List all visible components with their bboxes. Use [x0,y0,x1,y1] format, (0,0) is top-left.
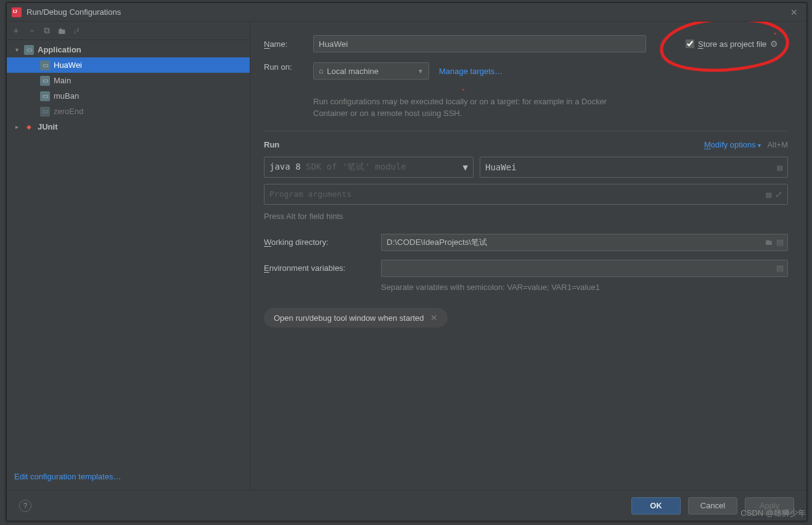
main-class-input[interactable]: HuaWei ▤ [480,157,788,178]
modify-options-link[interactable]: Modify options ▾ [704,140,761,149]
annotation-dot [462,89,464,91]
name-label: Name: [264,39,305,49]
home-icon: ⌂ [319,67,323,75]
tree-item-label: muBan [54,91,79,101]
config-tree: ▾ ▭ Application ▭ HuaWei ▭ Main ▭ muBan [7,40,250,463]
field-hints-text: Press Alt for field hints [264,211,788,223]
list-icon[interactable]: ▤ [777,162,782,172]
application-icon: ▭ [24,45,34,55]
titlebar: Run/Debug Configurations ✕ [7,3,806,22]
run-on-hint: Run configurations may be executed local… [313,96,634,120]
ok-button[interactable]: OK [631,497,681,515]
cancel-button[interactable]: Cancel [688,497,737,515]
class-icon: ▭ [40,60,50,70]
expand-icon[interactable]: ⤢ [775,189,782,199]
jdk-select[interactable]: java 8 SDK of '笔试' module ▼ [264,157,474,178]
tree-item-label: zeroEnd [54,107,83,116]
tree-item-label: HuaWei [54,60,82,70]
watermark: CSDN @雄狮少年 [740,508,806,519]
tree-node-label: JUnit [38,122,58,131]
gear-icon[interactable]: ⚙ [770,39,778,49]
remove-chip-icon[interactable]: ✕ [430,313,438,323]
store-checkbox-input[interactable] [686,39,694,48]
close-icon[interactable]: ✕ [787,6,802,19]
annotation-dot [774,33,776,35]
tree-node-junit[interactable]: ▸ ◆ JUnit [7,119,250,134]
env-vars-input[interactable] [381,260,773,277]
run-on-select[interactable]: ⌂ Local machine ▼ [313,62,429,80]
program-arguments-input[interactable]: Program arguments ▤ ⤢ [264,184,788,205]
chevron-down-icon: ▾ [15,46,24,53]
dialog-footer: ? OK Cancel Apply [7,490,806,521]
modify-options-shortcut: Alt+M [767,140,788,149]
store-as-project-file-checkbox[interactable]: Store as project file ⚙ [686,39,778,49]
list-icon[interactable]: ▤ [776,263,784,273]
main-panel: Name: Store as project file ⚙ Run on: ⌂ [250,22,806,490]
tree-item-zeroend[interactable]: ▭ zeroEnd [7,104,250,119]
manage-targets-link[interactable]: Manage targets… [439,67,502,76]
list-icon[interactable]: ▤ [766,189,771,199]
tree-item-huawei[interactable]: ▭ HuaWei [7,57,250,73]
browse-icon[interactable]: 🖿 [765,238,773,247]
working-dir-label: Working directory: [264,238,369,247]
sort-icon[interactable]: ↓² [73,27,79,35]
junit-icon: ◆ [24,122,34,132]
tree-item-label: Main [54,76,71,85]
env-vars-label: Environment variables: [264,263,369,273]
run-on-label: Run on: [264,62,305,72]
help-icon[interactable]: ? [19,500,31,512]
add-icon[interactable]: ＋ [12,25,20,36]
list-icon[interactable]: ▤ [776,238,784,247]
run-on-value: Local machine [327,67,379,76]
class-icon: ▭ [40,91,50,101]
tree-item-main[interactable]: ▭ Main [7,73,250,88]
run-section-title: Run [264,140,279,149]
tree-item-muban[interactable]: ▭ muBan [7,88,250,104]
tree-node-label: Application [38,45,81,54]
chevron-down-icon: ▼ [463,162,468,172]
dialog-title: Run/Debug Configurations [27,7,121,17]
env-vars-hint: Separate variables with semicolon: VAR=v… [381,282,788,294]
tree-node-application[interactable]: ▾ ▭ Application [7,42,250,57]
chevron-down-icon: ▼ [417,68,424,75]
working-dir-input[interactable] [381,234,761,251]
class-icon: ▭ [40,107,50,117]
chevron-right-icon: ▸ [15,123,24,130]
folder-icon[interactable]: 🖿 [57,26,66,36]
edit-templates-link[interactable]: Edit configuration templates… [14,472,121,481]
option-chip-open-tool-window[interactable]: Open run/debug tool window when started … [264,308,448,328]
name-input[interactable] [313,35,646,52]
copy-icon[interactable]: ⧉ [44,25,50,36]
sidebar: ＋ － ⧉ 🖿 ↓² ▾ ▭ Application ▭ HuaWei ▭ [7,22,250,490]
app-icon [12,7,22,17]
remove-icon[interactable]: － [28,25,36,36]
class-icon: ▭ [40,76,50,86]
sidebar-toolbar: ＋ － ⧉ 🖿 ↓² [7,22,250,40]
